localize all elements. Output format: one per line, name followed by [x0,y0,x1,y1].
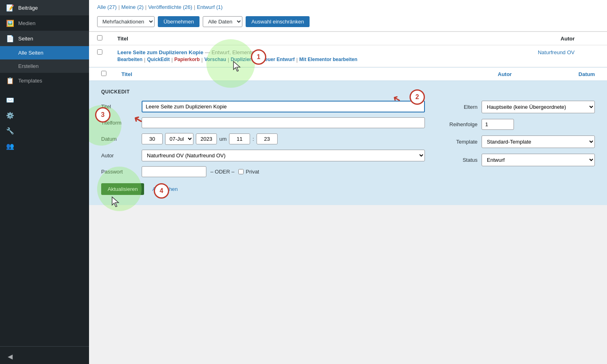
action-sep4: | [228,57,229,63]
template-select[interactable]: Standard-Template [482,135,595,148]
papierkorb-link[interactable]: Papierkorb [174,57,200,63]
collapse-icon: ◀ [6,352,14,360]
seiten-icon: 📄 [6,34,14,42]
datum-hour-input[interactable] [229,133,250,144]
template-row: Template Standard-Template [441,135,595,148]
passwort-input[interactable] [142,166,206,177]
tools-icon: 🔧 [6,127,14,135]
titelform-input[interactable] [142,117,425,128]
view-entwurf[interactable]: Entwurf (1) [197,4,223,10]
status-select[interactable]: Entwurf [482,154,595,166]
mail-icon: ✉️ [6,96,14,104]
passwort-row: Passwort – ODER – Privat [101,166,425,177]
row-title-text: Leere Seite zum Duplizieren Kopie [117,49,203,55]
filter-button[interactable]: Auswahl einschränken [246,16,310,27]
privat-label-text: Privat [246,169,259,175]
action-buttons: Aktualisieren Abbrechen 4 [101,183,425,195]
sidebar: 📝 Beiträge 🖼️ Medien 📄 Seiten Alle Seite… [0,0,89,364]
reihenfolge-label: Reihenfolge [441,121,478,127]
datum-minute-input[interactable] [257,133,278,144]
titel-row: Titel [101,101,425,112]
sidebar-item-dashboard[interactable]: ⚙️ [0,108,89,123]
row-actions: Bearbeiten | QuickEdit | Papierkorb | Vo… [117,57,522,63]
sidebar-item-alle-seiten[interactable]: Alle Seiten [0,46,89,59]
action-sep5: | [259,57,260,63]
quickedit-link[interactable]: QuickEdit [147,57,170,63]
datum-row: Datum 07-Jul um : [101,133,425,145]
inner-col-author: Autor [498,71,550,77]
reihenfolge-row: Reihenfolge [441,119,595,130]
col-author-header: Autor [526,36,599,42]
second-table-header: Titel Autor Datum [89,67,607,81]
sidebar-item-mail[interactable]: ✉️ [0,92,89,108]
views-links: Alle (27) | Meine (2) | Veröffentlichte … [89,0,607,12]
oder-text: – ODER – [210,169,234,175]
sidebar-item-label: Medien [18,20,36,26]
vorschau-link[interactable]: Vorschau [204,57,226,63]
privat-checkbox-label[interactable]: Privat [238,169,259,175]
titel-input[interactable] [142,101,425,112]
autor-select[interactable]: Naturfreund OV (Naturfreund OV) [142,150,425,161]
inner-col-date: Datum [554,71,595,77]
row-title-link[interactable]: Leere Seite zum Duplizieren Kopie [117,49,205,55]
sidebar-item-label: Beiträge [18,5,38,11]
content-area: Alle (27) | Meine (2) | Veröffentlichte … [89,0,607,364]
table-row-wrapper: Leere Seite zum Duplizieren Kopie — Entw… [89,45,607,67]
quickedit-section-title: QUICKEDIT [101,89,595,95]
erstellen-label: Erstellen [18,63,39,69]
filter-bar: Mehrfachaktionen Übernehmen Alle Daten A… [89,12,607,32]
sidebar-item-label: Templates [18,78,42,84]
eltern-select[interactable]: Hauptseite (keine Übergeordnete) [482,101,595,113]
row-author-cell[interactable]: Naturfreund OV [526,49,599,55]
duplizieren-link[interactable]: Duplizieren [231,57,257,63]
sidebar-item-erstellen[interactable]: Erstellen [0,59,89,73]
row-meta: — Entwurf, Elementor [205,49,256,55]
status-label: Status [441,157,478,163]
privat-checkbox[interactable] [238,169,244,174]
action-sep1: | [144,57,145,63]
sidebar-item-users[interactable]: 👥 [0,138,89,154]
datum-month-select[interactable]: 07-Jul [165,133,193,145]
inner-col-title: Titel [121,71,306,77]
dates-select[interactable]: Alle Daten [203,16,242,27]
view-veroeffentlichte[interactable]: Veröffentlichte (26) [148,4,192,10]
view-alle[interactable]: Alle (27) [97,4,117,10]
datum-year-input[interactable] [196,133,217,144]
sidebar-item-tools[interactable]: 🔧 [0,123,89,138]
sidebar-item-medien[interactable]: 🖼️ Medien [0,15,89,31]
bearbeiten-link[interactable]: Bearbeiten [117,57,142,63]
row-checkbox[interactable] [97,49,102,55]
apply-button[interactable]: Übernehmen [158,16,200,27]
step4-circle: 4 [154,183,169,199]
reihenfolge-input[interactable] [482,119,514,130]
datum-day-input[interactable] [142,133,163,144]
step3-circle: 3 [95,107,110,123]
select-all-checkbox[interactable] [97,35,102,40]
autor-row: Autor Naturfreund OV (Naturfreund OV) [101,150,425,161]
eltern-label: Eltern [441,104,478,110]
mit-elementor-link[interactable]: Mit Elementor bearbeiten [299,57,357,63]
date-fields: 07-Jul um : [142,133,278,145]
row-title-cell: Leere Seite zum Duplizieren Kopie — Entw… [117,49,522,63]
sidebar-item-templates[interactable]: 📋 Templates [0,73,89,88]
sidebar-item-seiten[interactable]: 📄 Seiten [0,31,89,46]
quickedit-panel: Titel Autor Datum QUICKEDIT Titel Titelf [89,67,607,205]
main-content: Alle (27) | Meine (2) | Veröffentlichte … [89,0,607,364]
medien-icon: 🖼️ [6,19,14,27]
aktualisieren-button[interactable]: Aktualisieren [101,183,144,195]
titelform-row: Titelform 3 ➜ [101,117,425,128]
autor-label: Autor [101,152,138,159]
inner-select-all-checkbox[interactable] [101,71,106,76]
sidebar-item-beitraege[interactable]: 📝 Beiträge [0,0,89,15]
templates-icon: 📋 [6,76,14,85]
table-header-top: Titel Autor [89,32,607,45]
um-label: um [219,136,227,142]
table-row: Leere Seite zum Duplizieren Kopie — Entw… [89,45,607,67]
neuer-entwurf-link[interactable]: Neuer Entwurf [261,57,295,63]
bulk-actions-select[interactable]: Mehrfachaktionen [97,16,155,27]
users-icon: 👥 [6,142,14,150]
sidebar-collapse-button[interactable]: ◀ [0,349,89,364]
sidebar-item-label: Seiten [18,36,33,42]
alle-seiten-label: Alle Seiten [18,50,43,56]
view-meine[interactable]: Meine (2) [121,4,144,10]
